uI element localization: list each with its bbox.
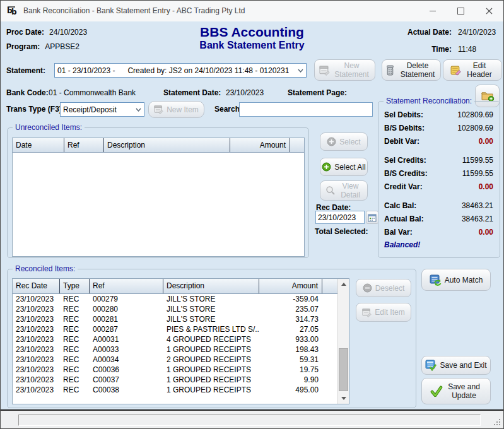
statement-select-value: 01 - 23/10/2023 - Created by: JS2 on 24/… [57, 66, 289, 75]
table-row[interactable]: 23/10/2023REC000279JILL'S STORE-359.04 [13, 294, 338, 304]
rec-date-input[interactable] [315, 211, 365, 224]
table-row[interactable]: 23/10/2023REC000281JILL'S STORE314.73 [13, 314, 338, 324]
column-header-type[interactable]: Type [60, 279, 90, 293]
column-header-ref[interactable]: Ref [90, 279, 163, 293]
scrollbar-thumb[interactable] [339, 348, 348, 391]
sel-credits-value: 11599.55 [462, 156, 493, 165]
actual-date-value: 24/10/2023 [452, 28, 497, 37]
reconciled-table: Rec Date Type Ref Description Amount 23/… [12, 278, 349, 404]
edit-header-button[interactable]: Edit Header [443, 59, 502, 81]
debit-var-row: Debit Var:0.00 [378, 134, 500, 148]
close-button[interactable] [475, 1, 503, 21]
table-cell: 23/10/2023 [13, 314, 60, 324]
table-row[interactable]: 23/10/2023REC000287PIES & PASTRIES LTD S… [13, 324, 338, 334]
table-row[interactable]: 23/10/2023RECC000361 GROUPED RECEIPTS19.… [13, 365, 338, 375]
table-row[interactable]: 23/10/2023RECA000331 GROUPED RECEIPTS198… [13, 344, 338, 355]
table-cell: 495.00 [259, 385, 322, 395]
column-header-filler [290, 138, 304, 152]
chevron-down-icon [136, 108, 141, 112]
bal-var-label: Bal Var: [384, 228, 413, 237]
table-cell: 23/10/2023 [13, 294, 60, 304]
minimize-button[interactable] [418, 1, 447, 21]
select-button[interactable]: Select [320, 132, 368, 151]
status-bar [1, 411, 503, 428]
window-title: Bank Reconciliation - Bank Statement Ent… [23, 6, 245, 15]
new-form-icon [154, 105, 163, 114]
sel-credits-row: Sel Credits:11599.55 [378, 153, 500, 167]
unreconciled-title: Unreconciled Items: [13, 123, 85, 132]
status-message-area [18, 414, 481, 426]
scroll-up-button[interactable] [338, 279, 349, 290]
table-cell: 59.31 [259, 355, 322, 365]
table-cell: 198.43 [259, 344, 322, 355]
column-header-amount[interactable]: Amount [259, 279, 322, 293]
bank-code-label: Bank Code: [6, 88, 49, 97]
bal-var-value: 0.00 [479, 228, 493, 237]
column-header-description[interactable]: Description [104, 138, 230, 152]
balanced-status: Balanced! [378, 238, 500, 249]
search-input[interactable] [239, 102, 373, 117]
new-statement-button[interactable]: New Statement [314, 59, 375, 81]
column-header-rec-date[interactable]: Rec Date [13, 279, 60, 293]
column-header-date[interactable]: Date [13, 138, 64, 152]
rec-date-calendar-button[interactable] [366, 211, 378, 224]
new-item-button[interactable]: New Item [148, 101, 204, 118]
table-cell: 23/10/2023 [13, 344, 60, 355]
table-cell: 27.05 [259, 324, 322, 334]
table-cell: REC [60, 314, 90, 324]
table-cell: REC [60, 304, 90, 314]
column-header-amount[interactable]: Amount [230, 138, 290, 152]
debit-var-label: Debit Var: [384, 137, 419, 146]
table-cell: 23/10/2023 [13, 324, 60, 334]
table-cell: 235.07 [259, 304, 322, 314]
main-panel: Proc Date:24/10/2023 Program:APPBSE2 BBS… [1, 21, 503, 411]
delete-statement-label: Delete Statement [398, 61, 437, 79]
table-cell: REC [60, 355, 90, 365]
table-row[interactable]: 23/10/2023RECA000342 GROUPED RECEIPTS59.… [13, 355, 338, 365]
table-cell: 1 GROUPED RECEIPTS [163, 385, 259, 395]
table-row[interactable]: 23/10/2023RECC000381 GROUPED RECEIPTS495… [13, 385, 338, 395]
statement-reconciliation-title: Statement Reconciliation: [384, 97, 474, 105]
bs-debits-row: B/S Debits:102809.69 [378, 121, 500, 134]
deselect-button[interactable]: Deselect [356, 279, 411, 297]
total-selected-label: Total Selected: [315, 227, 368, 236]
auto-match-button[interactable]: Auto Match [421, 269, 491, 291]
scroll-down-button[interactable] [338, 393, 349, 404]
calc-bal-label: Calc Bal: [384, 201, 416, 210]
delete-statement-button[interactable]: Delete Statement [382, 59, 441, 81]
table-cell: -359.04 [259, 294, 322, 304]
column-header-ref[interactable]: Ref [64, 138, 104, 152]
edit-item-button[interactable]: Edit Item [356, 303, 411, 322]
save-and-exit-button[interactable]: Save and Exit [421, 356, 491, 375]
table-cell: 23/10/2023 [13, 385, 60, 395]
table-cell: 1 GROUPED RECEIPTS [163, 375, 259, 385]
trans-type-select[interactable]: Receipt/Deposit [60, 102, 144, 117]
table-row[interactable]: 23/10/2023RECA000314 GROUPED RECEIPTS933… [13, 334, 338, 344]
view-detail-button[interactable]: View Detail [320, 180, 368, 201]
table-cell: 000279 [90, 294, 163, 304]
resize-grip[interactable] [499, 424, 500, 425]
triangle-up-icon [341, 283, 346, 286]
sel-debits-label: Sel Debits: [384, 110, 423, 119]
time-value: 11:48 [452, 45, 497, 54]
table-row[interactable]: 23/10/2023REC000280JILL'S STORE235.07 [13, 304, 338, 314]
bs-credits-row: B/S Credits:11599.55 [378, 167, 500, 180]
select-all-button[interactable]: Select All [320, 158, 368, 176]
table-cell: 1 GROUPED RECEIPTS [163, 344, 259, 355]
trash-icon [385, 65, 395, 76]
calc-bal-value: 38463.21 [462, 201, 493, 210]
vertical-scrollbar[interactable] [337, 279, 349, 404]
select-all-label: Select All [334, 163, 365, 172]
save-and-update-button[interactable]: Save and Update [421, 378, 491, 404]
maximize-icon [457, 8, 464, 15]
app-logo-icon: b b [6, 6, 17, 16]
table-cell: 000280 [90, 304, 163, 314]
table-cell: JILL'S STORE [163, 314, 259, 324]
credit-var-label: Credit Var: [384, 182, 423, 191]
column-header-description[interactable]: Description [163, 279, 259, 293]
table-cell: REC [60, 324, 90, 334]
table-cell: 23/10/2023 [13, 375, 60, 385]
statement-select[interactable]: 01 - 23/10/2023 - Created by: JS2 on 24/… [54, 63, 307, 78]
table-row[interactable]: 23/10/2023RECC000371 GROUPED RECEIPTS9.9… [13, 375, 338, 385]
maximize-button[interactable] [447, 1, 475, 21]
